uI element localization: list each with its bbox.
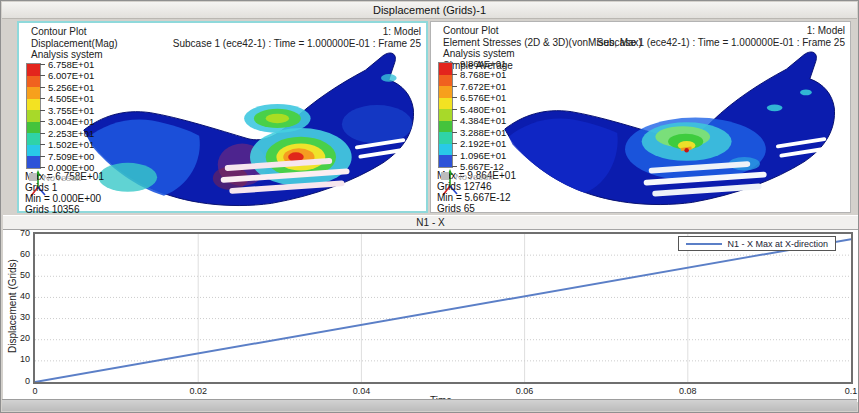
stat-line: Grids 1 xyxy=(25,182,104,193)
chart-n1x: N1 - X Displacement (Grids) 010203040506… xyxy=(3,215,858,402)
chart-legend[interactable]: N1 - X Max at X-direction xyxy=(678,236,836,251)
info-line: 1: Model xyxy=(597,25,845,37)
plot-canvas xyxy=(35,234,851,382)
chart-title: N1 - X xyxy=(3,215,858,230)
contour-patch xyxy=(342,105,412,144)
contour-patch xyxy=(266,114,289,124)
panel-displacement[interactable]: Contour Plot Displacement(Mag) Analysis … xyxy=(17,21,428,213)
info-line: Subcase 1 (ece42-1) : Time = 1.000000E-0… xyxy=(173,38,421,50)
model-subcase-info: 1: Model Subcase 1 (ece42-1) : Time = 1.… xyxy=(173,26,421,50)
model-subcase-info: 1: Model Subcase 1 (ece42-1) : Time = 1.… xyxy=(597,25,845,49)
plot-area[interactable]: N1 - X Max at X-direction xyxy=(33,232,853,384)
contour-patch xyxy=(767,104,783,111)
stat-line: Min = 0.000E+00 xyxy=(25,193,104,204)
contour-legend: 9.864E+018.768E+017.672E+016.576E+015.48… xyxy=(439,58,543,182)
header-line: Displacement(Mag) xyxy=(31,38,118,50)
plot-wrapper: Displacement (Grids) 010203040506070 N1 … xyxy=(3,229,858,402)
stat-line: Min = 5.667E-12 xyxy=(437,192,516,203)
legend-line-sample xyxy=(686,243,722,245)
stat-line: Grids 10356 xyxy=(25,204,104,215)
window-title: Displacement (Grids)-1 xyxy=(2,2,857,19)
contour-legend: 6.758E+016.007E+015.256E+014.505E+013.75… xyxy=(27,59,131,183)
stat-line: Grids 65 xyxy=(437,203,516,214)
contour-patch xyxy=(684,148,688,152)
contour-plot-info: Contour Plot Displacement(Mag) Analysis … xyxy=(31,26,118,61)
panel-element-stress[interactable]: Contour Plot Element Stresses (2D & 3D)(… xyxy=(430,21,851,213)
info-line: Subcase 1 (ece42-1) : Time = 1.000000E-0… xyxy=(597,37,845,49)
contour-patch xyxy=(800,89,812,95)
status-bar xyxy=(2,399,857,411)
stat-line: Grids 12746 xyxy=(437,181,516,192)
app-window: Displacement (Grids)-1 Contour Plot Disp… xyxy=(0,0,859,413)
header-line: Contour Plot xyxy=(31,26,118,38)
bumper-model-stress[interactable] xyxy=(495,48,847,212)
info-line: 1: Model xyxy=(173,26,421,38)
legend-series-label: N1 - X Max at X-direction xyxy=(727,239,828,249)
contour-patch xyxy=(381,74,397,82)
